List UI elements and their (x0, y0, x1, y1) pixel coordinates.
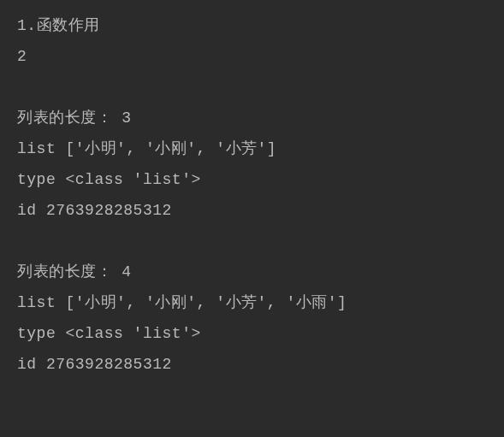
console-blank-line (17, 72, 487, 103)
console-output-line: list ['小明', '小刚', '小芳', '小雨'] (17, 287, 487, 318)
console-output-line: 1.函数作用 (17, 10, 487, 41)
console-output-line: 列表的长度： 4 (17, 257, 487, 287)
console-output-line: id 2763928285312 (17, 349, 487, 380)
console-output-line: id 2763928285312 (17, 195, 487, 226)
console-output-line: type <class 'list'> (17, 164, 487, 195)
console-output-line: list ['小明', '小刚', '小芳'] (17, 133, 487, 164)
console-output-line: 2 (17, 41, 487, 72)
console-blank-line (17, 226, 487, 257)
console-output-line: type <class 'list'> (17, 318, 487, 349)
console-output-line: 列表的长度： 3 (17, 103, 487, 133)
